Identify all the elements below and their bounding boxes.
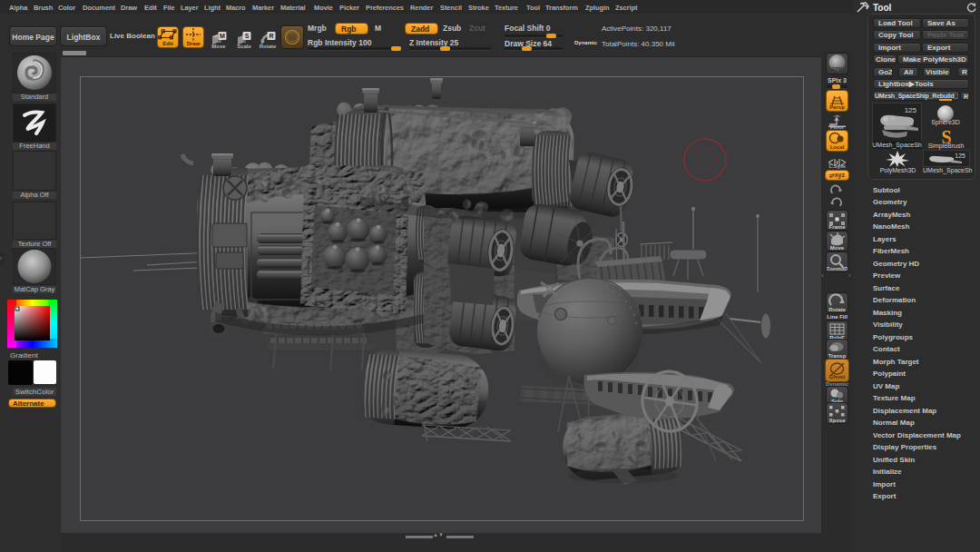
svg-text:BPR: BPR [831, 66, 843, 72]
svg-text:Persp: Persp [829, 104, 845, 110]
svg-text:Zoom3D: Zoom3D [827, 266, 848, 271]
svg-text:Move: Move [830, 245, 845, 251]
svg-text:Rotate: Rotate [828, 307, 846, 312]
svg-text:S: S [245, 33, 250, 39]
svg-text:R: R [269, 33, 273, 39]
svg-text:Frame: Frame [828, 224, 846, 230]
svg-text:Ghost: Ghost [829, 374, 845, 380]
svg-text:125: 125 [955, 153, 965, 159]
svg-text:Xpose: Xpose [828, 418, 846, 423]
svg-text:Local: Local [830, 144, 845, 150]
svg-text:M: M [220, 33, 225, 39]
svg-text:125: 125 [905, 106, 917, 114]
